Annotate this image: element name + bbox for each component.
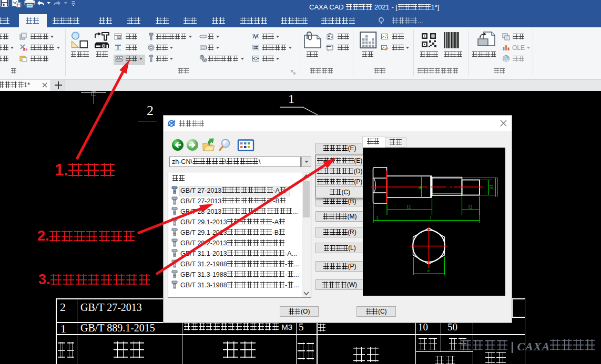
svg-text:12: 12 [406,205,411,210]
svg-text:12: 12 [468,205,472,210]
svg-text:EX: EX [23,48,27,51]
svg-text:L: L [376,216,379,221]
svg-text:d: d [419,185,421,190]
svg-text:e: e [427,268,430,273]
svg-text:l: l [430,216,432,221]
svg-text:d1: d1 [488,184,494,189]
